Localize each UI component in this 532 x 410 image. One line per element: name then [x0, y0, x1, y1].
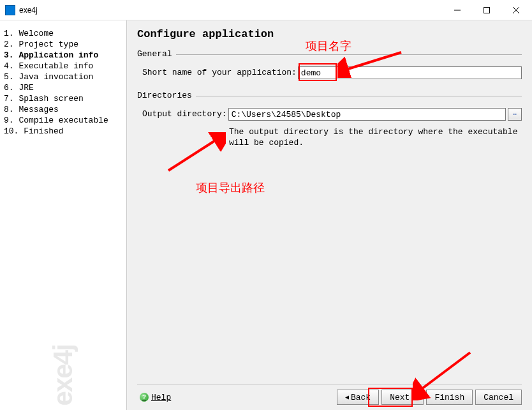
help-link[interactable]: ? Help — [137, 393, 171, 402]
cancel-label: Cancel — [484, 393, 514, 402]
sidebar: 1. Welcome2. Project type3. Application … — [0, 20, 127, 410]
sidebar-watermark: exe4j — [48, 345, 78, 406]
minimize-button[interactable] — [443, 1, 472, 20]
content: Configure application General Short name… — [127, 20, 532, 410]
window-title: exe4j — [19, 6, 38, 15]
output-dir-label: Output directory: — [142, 108, 227, 119]
annotation-name-box — [299, 63, 337, 81]
sidebar-item-7[interactable]: 7. Splash screen — [4, 93, 126, 104]
annotation-name-arrow — [337, 46, 408, 78]
annotation-next-arrow — [413, 349, 477, 400]
output-dir-desc: The output directory is the directory wh… — [229, 127, 522, 149]
page-title: Configure application — [137, 28, 522, 40]
main-area: 1. Welcome2. Project type3. Application … — [0, 20, 532, 410]
short-name-label: Short name of your application: — [142, 66, 297, 77]
close-button[interactable] — [501, 1, 531, 20]
sidebar-item-5[interactable]: 5. Java invocation — [4, 72, 126, 82]
output-dir-input[interactable] — [228, 108, 506, 121]
sidebar-item-1[interactable]: 1. Welcome — [4, 28, 126, 39]
svg-rect-1 — [484, 7, 490, 13]
sidebar-item-4[interactable]: 4. Executable info — [4, 61, 126, 72]
help-label: Help — [151, 393, 171, 402]
titlebar-controls — [443, 1, 531, 20]
annotation-export-arrow — [162, 132, 226, 177]
help-icon: ? — [140, 393, 149, 402]
svg-line-9 — [419, 353, 470, 391]
sidebar-item-10[interactable]: 10. Finished — [4, 126, 126, 137]
svg-line-5 — [344, 52, 401, 70]
titlebar-left: exe4j — [5, 5, 38, 15]
titlebar: exe4j — [0, 0, 532, 20]
sidebar-item-3[interactable]: 3. Application info — [4, 50, 126, 61]
ellipsis-icon: ⋯ — [513, 110, 517, 118]
browse-button[interactable]: ⋯ — [508, 108, 522, 121]
app-icon — [5, 5, 15, 15]
annotation-next-box — [368, 388, 413, 407]
svg-line-7 — [168, 139, 218, 171]
general-legend: General — [137, 49, 176, 59]
annotation-export-text: 项目导出路径 — [196, 180, 265, 195]
directories-legend: Directories — [137, 91, 196, 100]
back-arrow-icon: ◀ — [345, 393, 349, 401]
maximize-button[interactable] — [472, 1, 501, 20]
cancel-button[interactable]: Cancel — [475, 390, 522, 405]
sidebar-item-6[interactable]: 6. JRE — [4, 82, 126, 93]
output-dir-row: Output directory: ⋯ — [137, 108, 522, 121]
sidebar-item-8[interactable]: 8. Messages — [4, 104, 126, 115]
sidebar-item-9[interactable]: 9. Compile executable — [4, 115, 126, 126]
sidebar-item-2[interactable]: 2. Project type — [4, 39, 126, 50]
